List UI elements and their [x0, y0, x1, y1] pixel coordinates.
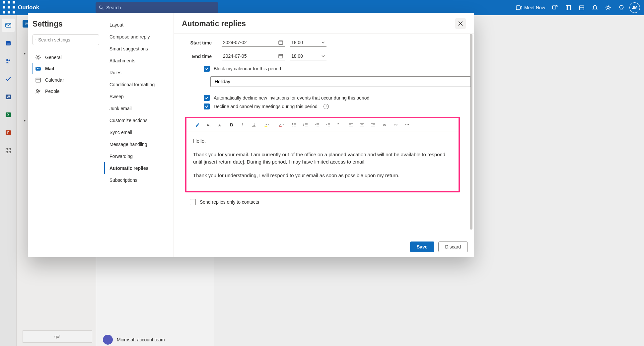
- tips-icon[interactable]: [615, 1, 628, 14]
- onenote-icon[interactable]: [562, 1, 575, 14]
- meet-now-label: Meet Now: [524, 5, 545, 10]
- svg-rect-8: [13, 11, 15, 14]
- settings-panel: Automatic replies Start time 2024-07-02 …: [174, 13, 474, 15]
- settings-icon[interactable]: [602, 1, 615, 14]
- svg-rect-1: [8, 1, 10, 4]
- svg-rect-7: [8, 11, 10, 14]
- settings-dialog: Settings General Mail Calendar People La…: [28, 13, 474, 15]
- svg-rect-3: [3, 6, 5, 9]
- svg-point-18: [607, 7, 609, 9]
- svg-rect-4: [8, 6, 10, 9]
- svg-line-10: [102, 8, 103, 10]
- svg-rect-12: [552, 6, 556, 9]
- teams-icon[interactable]: [548, 1, 562, 14]
- meet-now-button[interactable]: Meet Now: [516, 5, 545, 10]
- avatar-initials: JM: [629, 2, 640, 13]
- global-search-input[interactable]: [106, 5, 215, 10]
- svg-rect-5: [13, 6, 15, 9]
- svg-rect-16: [579, 6, 584, 10]
- brand-label: Outlook: [18, 4, 39, 11]
- svg-rect-0: [3, 1, 5, 4]
- svg-rect-2: [13, 1, 15, 4]
- account-avatar[interactable]: JM: [628, 1, 641, 14]
- app-launcher-icon[interactable]: [3, 1, 16, 14]
- svg-point-9: [100, 6, 103, 9]
- video-icon: [516, 5, 522, 10]
- search-icon: [99, 5, 104, 10]
- my-day-icon[interactable]: [575, 1, 588, 14]
- svg-rect-6: [3, 11, 5, 14]
- svg-rect-11: [516, 6, 520, 10]
- global-search[interactable]: [96, 2, 218, 13]
- settings-nav-primary: Settings General Mail Calendar People: [28, 13, 104, 15]
- notifications-icon[interactable]: [588, 1, 602, 14]
- svg-rect-14: [566, 5, 571, 10]
- settings-nav-secondary: Layout Compose and reply Smart suggestio…: [104, 13, 174, 15]
- svg-point-13: [556, 5, 557, 7]
